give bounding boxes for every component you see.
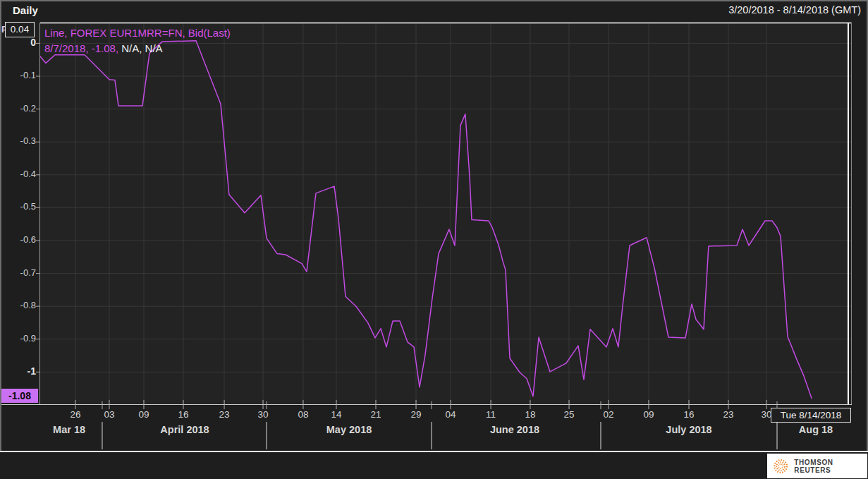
cursor-date-box: Tue 8/14/2018 xyxy=(771,408,851,423)
month-label: July 2018 xyxy=(643,424,735,435)
x-axis-label: 02 xyxy=(594,409,623,420)
x-axis-label: 09 xyxy=(130,409,158,420)
x-axis-label: 18 xyxy=(516,409,544,420)
x-axis-label: 26 xyxy=(61,409,90,420)
x-axis-label: 14 xyxy=(322,409,350,420)
x-axis-label: 29 xyxy=(402,409,430,420)
frame-border-left xyxy=(0,0,1,451)
y-axis-label: -0.1 xyxy=(2,70,36,80)
chart-window: Daily 3/20/2018 - 8/14/2018 (GMT) 0-0.1-… xyxy=(0,0,868,479)
x-axis-label: 21 xyxy=(362,409,390,420)
x-axis-label: 23 xyxy=(210,409,238,420)
legend-cursor-values: 8/7/2018, -1.08, xyxy=(44,42,118,54)
axis-labels-layer: 0-0.1-0.2-0.3-0.4-0.5-0.6-0.7-0.8-0.9-12… xyxy=(0,0,868,452)
last-value-tag: -1.08 xyxy=(1,389,38,403)
x-axis-label: 16 xyxy=(675,409,703,420)
month-label: Aug 18 xyxy=(770,424,862,435)
y-axis-label: -0.9 xyxy=(2,333,36,344)
y-axis-label: -1 xyxy=(2,365,36,377)
frame-border-bottom xyxy=(0,451,868,452)
x-axis-label: 16 xyxy=(169,409,197,420)
brand-text: THOMSON REUTERS xyxy=(794,459,867,474)
month-label: June 2018 xyxy=(469,424,561,435)
x-axis-label: 04 xyxy=(436,409,465,420)
y-axis-label: 0 xyxy=(2,37,36,48)
month-label: Mar 18 xyxy=(23,424,115,435)
legend-na-values: N/A, N/A xyxy=(118,42,163,54)
y-axis-label: -0.7 xyxy=(2,267,36,278)
x-axis-label: 03 xyxy=(95,409,123,420)
chart-legend[interactable]: Line, FOREX EUR1MRR=FN, Bid(Last) 8/7/20… xyxy=(44,25,231,56)
thomson-reuters-logo: THOMSON REUTERS xyxy=(767,454,867,478)
thomson-reuters-sunburst-icon xyxy=(772,457,789,475)
legend-series-name: Line, FOREX EUR1MRR=FN, Bid(Last) xyxy=(44,27,231,39)
x-axis-label: 23 xyxy=(714,409,742,420)
y-axis-label: -0.6 xyxy=(2,234,36,245)
month-label: April 2018 xyxy=(139,424,231,435)
y-axis-label: -0.8 xyxy=(2,300,36,310)
x-axis-label: 09 xyxy=(635,409,663,420)
y-axis-max-box: 0.04 xyxy=(5,22,35,37)
month-label: May 2018 xyxy=(303,424,395,435)
x-axis-label: 08 xyxy=(289,409,317,420)
frame-border-top xyxy=(0,0,868,1)
x-axis-label: 25 xyxy=(555,409,583,420)
footer-bar: THOMSON REUTERS xyxy=(0,452,868,479)
y-axis-label: -0.4 xyxy=(2,169,36,179)
y-axis-label: -0.5 xyxy=(2,201,36,212)
x-axis-label: 30 xyxy=(249,409,277,420)
x-axis-label: 11 xyxy=(477,409,505,420)
y-axis-label: -0.2 xyxy=(2,103,36,114)
y-axis-label: -0.3 xyxy=(2,135,36,146)
